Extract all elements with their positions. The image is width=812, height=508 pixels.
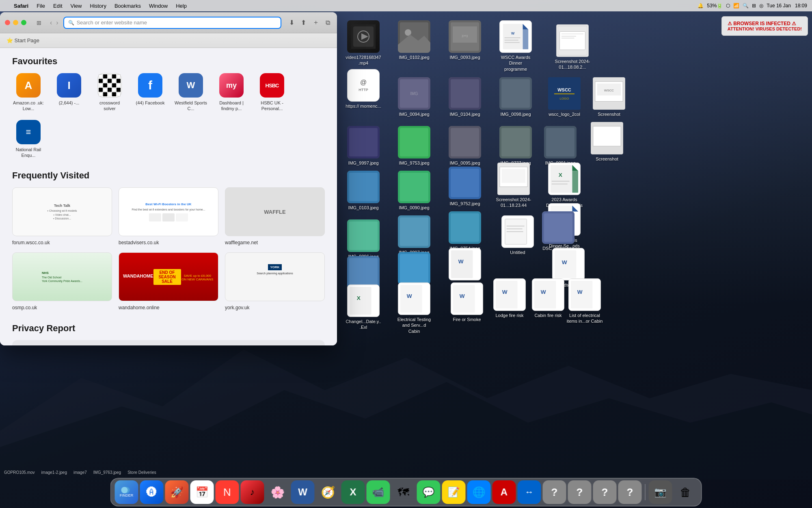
share-button[interactable]: ⬆: [299, 17, 308, 28]
freq-forum[interactable]: Tech Talk • Choosing wi-fi models • Vide…: [12, 187, 112, 246]
downloads-button[interactable]: ⬇: [287, 17, 296, 28]
desktop-file-img9997[interactable]: IMG_9997.jpeg: [343, 126, 384, 166]
controlcenter-icon[interactable]: ⊞: [752, 3, 756, 9]
newtab-button[interactable]: ＋: [311, 17, 321, 28]
desktop-file-wscc-dinner[interactable]: W WSCC Awards Dinner programme: [495, 20, 536, 72]
dock-notes[interactable]: 📝: [442, 480, 466, 504]
dock-globe[interactable]: 🌐: [467, 480, 491, 504]
freq-waffle[interactable]: WAFFLE wafflegame.net: [225, 187, 325, 246]
dock-photos[interactable]: 🌸: [266, 480, 289, 504]
svg-rect-26: [561, 36, 576, 37]
desktop-file-img8777[interactable]: IMG_8777.jpeg: [495, 126, 536, 166]
desktop-file-img0098[interactable]: IMG_0098.jpeg: [495, 77, 536, 117]
desktop-file-img9753[interactable]: IMG_9753.jpeg: [394, 126, 434, 166]
dock-excel[interactable]: X: [341, 480, 365, 504]
taboverview-button[interactable]: ⧉: [324, 17, 332, 28]
forward-button[interactable]: ›: [54, 19, 60, 26]
start-page-tab[interactable]: ⭐ Start Page: [6, 37, 39, 43]
notification-icon[interactable]: 🔔: [698, 3, 704, 9]
desktop-file-video1[interactable]: video1728168347.mp4: [343, 20, 384, 66]
dock-messages[interactable]: 💬: [417, 480, 441, 504]
bottom-file-2: image1-2.jpeg: [41, 470, 67, 475]
menubar-view[interactable]: View: [67, 3, 86, 9]
desktop-file-lodge-fire[interactable]: W Lodge fire risk: [489, 278, 530, 318]
desktop-file-img0104[interactable]: IMG_0104.jpeg: [445, 77, 485, 117]
desktop-file-img0001[interactable]: IMG_0001.jpeg: [540, 126, 581, 166]
dock-maps[interactable]: 🗺: [392, 480, 415, 504]
dock-teamviewer[interactable]: ↔: [518, 480, 541, 504]
desktop-file-img0096[interactable]: IMG_0096.jpeg: [343, 219, 384, 259]
desktop-file-list-electrical[interactable]: W List of electrical items in...or Cabin: [564, 278, 605, 324]
dock-launchpad[interactable]: 🚀: [165, 480, 189, 504]
search-icon[interactable]: 🔍: [743, 3, 749, 9]
desktop-file-img9752[interactable]: IMG_9752.jpeg: [445, 167, 485, 206]
menubar-file[interactable]: File: [32, 3, 49, 9]
wifi-icon[interactable]: 📶: [733, 3, 739, 9]
desktop-file-img9754[interactable]: IMG_9754.jpeg: [445, 211, 485, 251]
desktop-file-img0094[interactable]: IMG IMG_0094.jpeg: [394, 77, 434, 117]
dock-finder[interactable]: FINDER: [115, 480, 138, 504]
close-button[interactable]: [5, 20, 10, 25]
dock-help2[interactable]: ?: [568, 480, 592, 504]
desktop-file-dsc2849[interactable]: DSC_2849.jpeg: [538, 211, 579, 251]
dock-help4[interactable]: ?: [618, 480, 642, 504]
dock-trash[interactable]: 🗑: [674, 480, 698, 504]
freq-york[interactable]: YORK Search planning applications york.g…: [225, 252, 325, 311]
dock-acrobat[interactable]: A: [492, 480, 516, 504]
dock-calendar[interactable]: 📅: [190, 480, 214, 504]
desktop-file-untitled[interactable]: Untitled: [497, 215, 538, 255]
freq-osmp[interactable]: NHS The Old School York Community Pride …: [12, 252, 112, 311]
dock-appstore[interactable]: 🅐: [140, 480, 164, 504]
dock-facetime[interactable]: 📹: [367, 480, 390, 504]
bluetooth-icon[interactable]: ⬡: [726, 3, 730, 9]
sidebar-toggle[interactable]: ⊞: [33, 18, 45, 27]
dock-safari[interactable]: 🧭: [316, 480, 340, 504]
fav-facebook[interactable]: f (44) Facebook: [134, 73, 166, 112]
fav-inbox[interactable]: I (2,644) -...: [53, 73, 85, 112]
desktop-file-wscc-logo[interactable]: WSCCLOGO wscc_logo_2col: [544, 77, 585, 117]
desktop-file-img0090[interactable]: IMG_0090.jpeg: [394, 171, 434, 211]
siri-icon[interactable]: ◎: [759, 3, 763, 9]
menubar-history[interactable]: History: [86, 3, 110, 9]
desktop-file-screenshot-right[interactable]: Screenshot: [587, 122, 627, 162]
freq-wandahome[interactable]: WANDAHOME END OF SEASON SALE SAVE up to …: [119, 252, 218, 311]
dock-music[interactable]: ♪: [241, 480, 264, 504]
dock-word[interactable]: W: [291, 480, 315, 504]
menubar-help[interactable]: Help: [172, 3, 191, 9]
back-button[interactable]: ‹: [48, 19, 54, 26]
menubar-safari[interactable]: Safari: [10, 3, 32, 9]
desktop-file-img0097[interactable]: IMG_0097.jpeg: [394, 215, 434, 255]
menubar-bookmarks[interactable]: Bookmarks: [110, 3, 145, 9]
fav-national[interactable]: ≡ National Rail Enqu...: [12, 120, 45, 158]
dock-news[interactable]: N: [216, 480, 239, 504]
desktop-file-screenshot1[interactable]: Screenshot 2024-01...18.08.2...: [552, 24, 593, 70]
dock-help1[interactable]: ?: [543, 480, 566, 504]
fav-findmy[interactable]: my Dashboard | findmy p...: [215, 73, 248, 112]
fav-findmy-label: Dashboard | findmy p...: [215, 100, 248, 112]
desktop-file-changes-xlsx[interactable]: X Changel...Date.y...Exl: [343, 284, 384, 330]
desktop-file-img0102[interactable]: IMG_0102.jpeg: [394, 20, 434, 60]
menubar-window[interactable]: Window: [145, 3, 172, 9]
desktop-file-cabin-fire[interactable]: W Cabin fire risk: [528, 278, 568, 318]
fav-westfield[interactable]: W Westfield Sports C...: [175, 73, 207, 112]
desktop-file-img0095[interactable]: IMG_0095.jpeg: [445, 126, 485, 166]
desktop-file-fire-smoke[interactable]: W Fire or Smoke: [447, 282, 487, 322]
desktop-file-screenshot2024[interactable]: Screenshot 2024-01...18.23.44: [493, 163, 534, 208]
menubar-edit[interactable]: Edit: [49, 3, 66, 9]
fav-hsbc[interactable]: HSBC HSBC UK - Personal...: [256, 73, 288, 112]
dock-screenshot[interactable]: 📷: [649, 480, 672, 504]
maximize-button[interactable]: [21, 20, 26, 25]
freq-bestadvisers[interactable]: Best Wi-Fi Boosters in the UK Find the b…: [119, 187, 218, 246]
minimize-button[interactable]: [13, 20, 18, 25]
fav-amazon[interactable]: A Amazon.co .uk: Low...: [12, 73, 45, 112]
dock-help3[interactable]: ?: [593, 480, 617, 504]
desktop-file-electrical[interactable]: W Electrical Testing and Serv...d Cabin: [394, 282, 434, 334]
fav-crossword[interactable]: crossword solver: [93, 73, 126, 112]
desktop-file-screenshot-wscc[interactable]: WSCC Screenshot: [589, 77, 629, 117]
desktop-file-img0103[interactable]: IMG_0103.jpeg: [343, 171, 384, 211]
desktop-file-https[interactable]: @HTTP https:// momenc...: [343, 69, 384, 109]
privacy-section: Privacy Report 🛡 36 In the last seven da…: [12, 323, 325, 345]
desktop-file-img0093[interactable]: jpeg IMG_0093.jpeg: [445, 20, 485, 60]
desktop-file-awards2023-v1[interactable]: X 2023 Awards Dinner A...s V1.xls: [544, 163, 585, 208]
search-bar[interactable]: 🔍 Search or enter website name: [63, 17, 281, 29]
